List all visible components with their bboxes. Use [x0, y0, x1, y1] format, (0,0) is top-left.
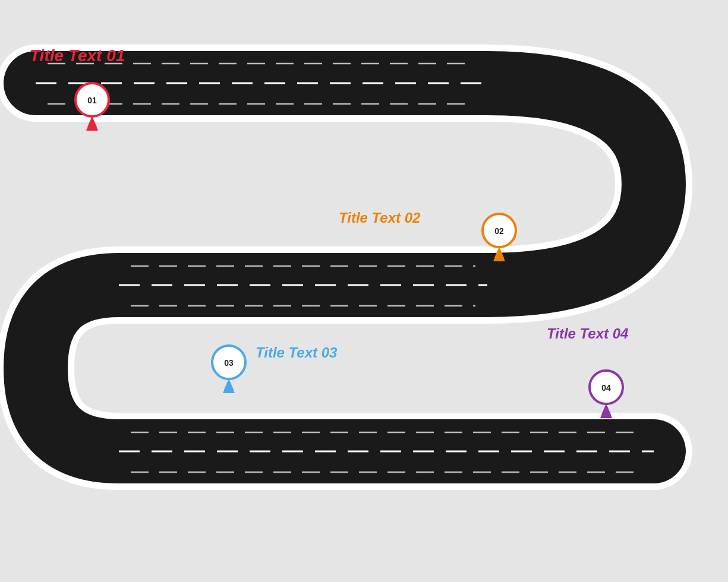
title-text-02: Title Text 02 — [339, 210, 420, 226]
title-text-01: Title Text 01 — [30, 46, 125, 65]
svg-text:04: 04 — [601, 383, 611, 393]
road-illustration: 01 02 03 04 — [0, 0, 728, 582]
svg-text:03: 03 — [224, 358, 234, 368]
title-text-04: Title Text 04 — [547, 325, 628, 342]
infographic-container: 01 02 03 04 Title Text 01 Title Text 02 … — [0, 0, 728, 582]
svg-text:02: 02 — [494, 226, 504, 236]
svg-text:01: 01 — [87, 96, 97, 105]
title-text-03: Title Text 03 — [256, 344, 337, 361]
